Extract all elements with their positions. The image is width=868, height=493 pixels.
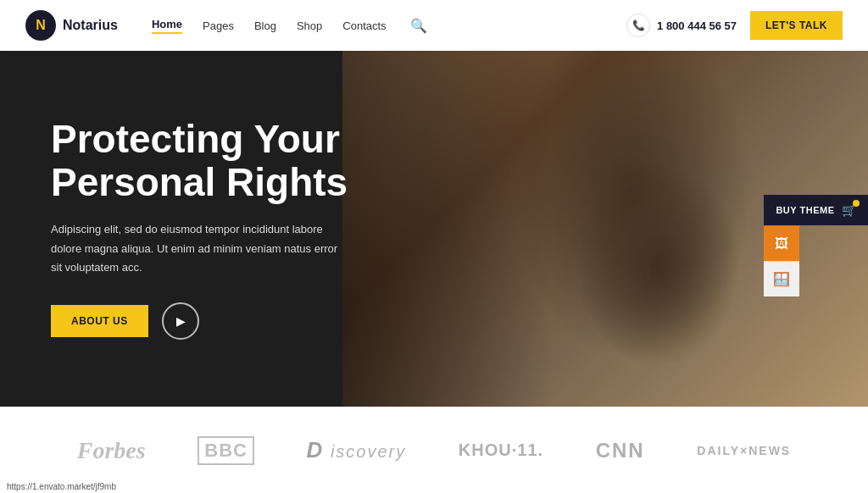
nav-pages[interactable]: Pages — [203, 19, 234, 32]
brand-discovery: iscovery — [307, 437, 407, 463]
cart-icon: 🛒 — [842, 203, 857, 217]
hero-section: Protecting Your Personal Rights Adipisci… — [0, 51, 868, 407]
nav-shop[interactable]: Shop — [297, 19, 322, 32]
nav-home[interactable]: Home — [152, 18, 182, 34]
cart-badge — [853, 200, 860, 207]
nav-contacts[interactable]: Contacts — [342, 19, 386, 32]
main-nav: Home Pages Blog Shop Contacts 🔍 — [152, 18, 626, 34]
hero-actions: ABOUT US — [51, 302, 348, 340]
logo-icon — [25, 10, 56, 41]
phone-area: 📞 1 800 444 56 57 — [626, 14, 737, 37]
logo[interactable]: Notarius — [25, 10, 118, 41]
search-icon[interactable]: 🔍 — [410, 18, 427, 34]
brands-bar: Forbes BBC iscovery KHOU·11. CNN DAILY×N… — [0, 407, 868, 493]
brand-forbes: Forbes — [77, 437, 146, 464]
hero-description: Adipiscing elit, sed do eiusmod tempor i… — [51, 220, 339, 276]
phone-icon: 📞 — [626, 14, 650, 37]
phone-number: 1 800 444 56 57 — [657, 19, 737, 32]
about-us-button[interactable]: ABOUT US — [51, 305, 148, 337]
header-right: 📞 1 800 444 56 57 LET'S TALK — [626, 11, 843, 40]
logo-text: Notarius — [63, 18, 118, 33]
side-image-button[interactable]: 🖼 — [764, 225, 799, 261]
lets-talk-button[interactable]: LET'S TALK — [750, 11, 843, 40]
brand-khou: KHOU·11. — [459, 440, 543, 460]
hero-title: Protecting Your Personal Rights — [51, 118, 348, 203]
brand-cnn: CNN — [596, 439, 645, 463]
status-bar: https://1.envato.market/jf9mb — [0, 480, 123, 493]
brand-dailynews: DAILY×NEWS — [697, 444, 791, 457]
hero-content: Protecting Your Personal Rights Adipisci… — [0, 118, 398, 339]
buy-theme-button[interactable]: BUY THEME 🛒 — [764, 195, 868, 225]
header: Notarius Home Pages Blog Shop Contacts 🔍… — [0, 0, 868, 51]
nav-blog[interactable]: Blog — [254, 19, 276, 32]
side-panel: BUY THEME 🛒 🖼 🪟 — [764, 195, 868, 296]
brand-bbc: BBC — [198, 436, 254, 465]
side-layout-button[interactable]: 🪟 — [764, 261, 799, 296]
play-button[interactable] — [162, 302, 199, 340]
